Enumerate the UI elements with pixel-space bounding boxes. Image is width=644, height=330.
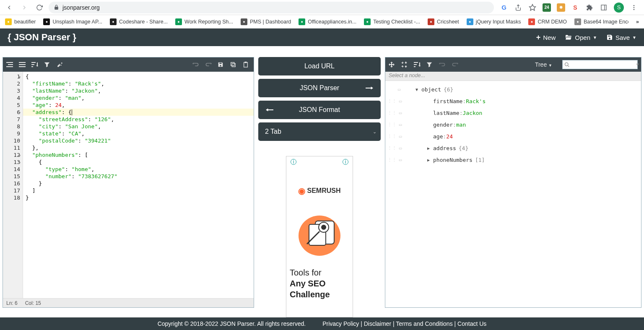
bookmark-item[interactable]: ●CRM DEMO	[528, 18, 566, 25]
arrow-left-icon	[266, 107, 273, 113]
bookmark-favicon: ●	[5, 18, 12, 25]
tree-body[interactable]: ▭▼object{6}⋮⋮▭firstName : Rack's⋮⋮▭lastN…	[385, 81, 641, 307]
bookmark-favicon: ●	[299, 18, 305, 25]
extensions-icon[interactable]	[585, 3, 594, 12]
bookmark-item[interactable]: ●Base64 Image Enco...	[574, 18, 628, 25]
main-content: 1▼23456▼789101112▼13▼1415161718 { "first…	[0, 46, 644, 317]
json-format-button[interactable]: JSON Format	[258, 101, 381, 119]
svg-point-29	[565, 63, 569, 66]
bookmark-item[interactable]: ●Work Reporting Sh...	[175, 18, 233, 25]
save-disk-icon[interactable]	[218, 62, 225, 68]
indent-select[interactable]: 2 Tab ⌄	[258, 122, 381, 141]
collapse-all-icon[interactable]	[401, 62, 409, 68]
back-button[interactable]	[3, 2, 15, 13]
compact-icon[interactable]	[19, 62, 26, 68]
tree-search-input[interactable]	[571, 62, 634, 68]
share-icon[interactable]	[514, 3, 522, 12]
redo-tree-icon[interactable]	[452, 62, 459, 68]
bookmarks-overflow[interactable]: »	[636, 19, 639, 25]
expand-all-icon[interactable]	[389, 62, 396, 68]
tree-row[interactable]: ⋮⋮▭firstName : Rack's	[385, 95, 641, 107]
tree-row[interactable]: ⋮⋮▭lastName : Jackon	[385, 107, 641, 119]
svg-point-4	[634, 5, 635, 6]
bookmark-favicon: ●	[43, 18, 50, 25]
repair-icon[interactable]	[57, 62, 64, 68]
footer-link[interactable]: Disclaimer	[364, 320, 391, 327]
plus-icon: +	[536, 33, 541, 42]
open-button[interactable]: Open ▼	[565, 34, 597, 41]
svg-rect-16	[231, 62, 234, 66]
tree-row[interactable]: ⋮⋮▭age : 24	[385, 130, 641, 142]
extension-icon-2[interactable]: ✸	[557, 3, 565, 12]
clipboard-icon[interactable]	[243, 62, 250, 68]
code-editor-panel: 1▼23456▼789101112▼13▼1415161718 { "first…	[3, 57, 254, 308]
tree-row[interactable]: ⋮⋮▭gender : man	[385, 119, 641, 130]
bookmark-item[interactable]: ●Cricsheet	[428, 18, 459, 25]
svg-point-24	[321, 225, 326, 230]
search-dropdown-icon[interactable]: ▼	[636, 62, 639, 67]
extension-calendar-icon[interactable]: 24	[543, 3, 551, 12]
json-parser-button[interactable]: JSON Parser	[258, 79, 381, 97]
redo-icon[interactable]	[205, 62, 213, 68]
bookmark-item[interactable]: ●jQuery Input Masks	[467, 18, 521, 25]
bookmark-item[interactable]: ●beautifier	[5, 18, 36, 25]
page-footer: Copyright © 2018-2022 JSON Parser. All r…	[0, 317, 644, 330]
copy-icon[interactable]	[230, 62, 238, 68]
svg-rect-8	[8, 64, 13, 65]
tree-row[interactable]: ▭▼object{6}	[385, 83, 641, 95]
svg-rect-10	[19, 62, 26, 63]
center-controls: Load URL JSON Parser JSON Format 2 Tab ⌄…	[258, 57, 381, 317]
bookmark-item[interactable]: ●Officeappliances.in...	[299, 18, 356, 25]
filter-icon[interactable]	[44, 62, 52, 68]
sort-tree-icon[interactable]	[414, 62, 421, 68]
svg-marker-1	[530, 4, 536, 10]
bookmark-item[interactable]: ●Codeshare - Share...	[110, 18, 168, 25]
arrow-right-icon	[366, 85, 373, 91]
status-line: Ln: 6	[6, 300, 18, 306]
svg-rect-14	[31, 64, 34, 65]
svg-rect-26	[414, 62, 418, 63]
footer-link[interactable]: Contact Us	[457, 320, 486, 327]
google-icon[interactable]: G	[500, 3, 508, 12]
svg-rect-7	[6, 62, 13, 63]
address-bar[interactable]: jsonparser.org	[49, 2, 494, 13]
star-icon[interactable]	[528, 3, 537, 12]
tree-toolbar: Tree ▼ ▼	[385, 57, 641, 72]
filter-tree-icon[interactable]	[426, 62, 434, 68]
app-logo: { JSON Parser }	[8, 32, 76, 43]
load-url-button[interactable]: Load URL	[258, 57, 381, 75]
tree-search[interactable]: ▼	[562, 60, 638, 69]
save-button[interactable]: Save ▼	[606, 34, 636, 41]
view-mode-select[interactable]: Tree ▼	[535, 61, 552, 68]
folder-open-icon	[565, 34, 572, 40]
ad-illustration	[292, 208, 347, 259]
profile-avatar[interactable]: S	[614, 3, 624, 13]
bookmark-item[interactable]: ●Unsplash Image AP...	[43, 18, 102, 25]
bookmark-favicon: ●	[574, 18, 581, 25]
ad-info-icon[interactable]: i	[291, 159, 296, 165]
bookmark-favicon: ●	[428, 18, 434, 25]
copyright-text: Copyright © 2018-2022 JSON Parser. All r…	[158, 320, 306, 327]
tree-row[interactable]: ⋮⋮▭▶address{4}	[385, 142, 641, 154]
footer-link[interactable]: Privacy Policy	[322, 320, 359, 327]
bookmark-item[interactable]: ●PMS | Dashboard	[241, 18, 291, 25]
advertisement[interactable]: i i ◉ SEMRUSH Tools for Any SEO Challeng…	[286, 156, 353, 317]
format-icon[interactable]	[6, 62, 14, 68]
bookmark-item[interactable]: ●Testing Checklist -...	[364, 18, 420, 25]
node-path-display: Select a node...	[385, 72, 641, 81]
panel-icon[interactable]	[600, 3, 608, 12]
footer-link[interactable]: Terms and Conditions	[396, 320, 452, 327]
extension-icon-3[interactable]: S	[571, 3, 579, 12]
menu-icon[interactable]	[630, 3, 638, 12]
new-button[interactable]: + New	[536, 33, 556, 42]
save-icon	[606, 34, 613, 41]
code-editor[interactable]: 1▼23456▼789101112▼13▼1415161718 { "first…	[3, 72, 254, 298]
ad-info-icon[interactable]: i	[343, 159, 348, 165]
bookmark-favicon: ●	[241, 18, 247, 25]
undo-icon[interactable]	[192, 62, 200, 68]
undo-tree-icon[interactable]	[439, 62, 447, 68]
reload-button[interactable]	[34, 2, 45, 13]
tree-row[interactable]: ⋮⋮▭▶phoneNumbers[1]	[385, 154, 641, 166]
forward-button[interactable]	[18, 2, 30, 13]
sort-icon[interactable]	[31, 62, 39, 68]
